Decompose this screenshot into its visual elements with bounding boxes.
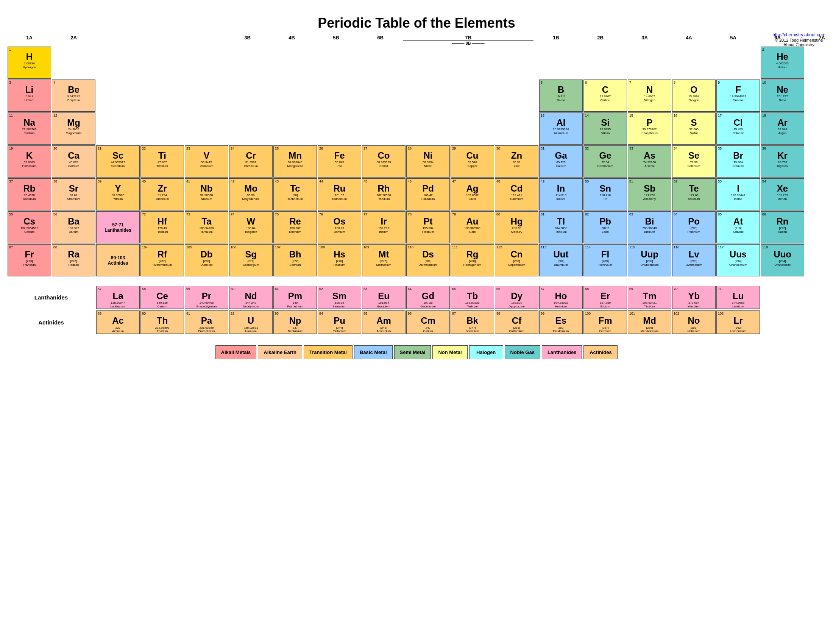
element-symbol: Ho (555, 291, 567, 301)
element-name: Dysprosium (508, 305, 524, 308)
atomic-mass: [271] (248, 259, 254, 263)
element-symbol: Bi (645, 217, 654, 226)
atomic-mass: 162.500 (511, 301, 522, 305)
element-Yb: 70Yb173.054Ytterbium (672, 286, 716, 309)
element-name: Oxygen (689, 98, 700, 102)
element-symbol: Ne (777, 85, 788, 95)
atomic-number: 50 (584, 180, 589, 184)
element-Sn: 50Sn118.710Tin (584, 178, 627, 210)
atomic-mass: [289] (602, 259, 609, 263)
element-name: Krypton (777, 164, 788, 168)
element-H: 1H1.00794Hydrogen (8, 47, 51, 79)
atomic-mass: 178.49 (158, 226, 167, 230)
element-symbol: Er (600, 291, 610, 301)
element-Mg: 12Mg24.3050Magnesium (52, 112, 95, 145)
element-symbol: Br (733, 151, 743, 161)
element-symbol: Pm (288, 291, 302, 301)
atomic-number: 16 (673, 114, 677, 118)
atomic-number: 47 (451, 180, 456, 184)
element-symbol: Hf (158, 217, 167, 226)
atomic-mass: 91.224 (158, 193, 167, 197)
element-symbol: Hs (334, 249, 345, 259)
atomic-mass: 196.966569 (464, 226, 480, 230)
url-link[interactable]: http://chemistry.about.com (772, 32, 825, 37)
periodic-table: http://chemistry.about.com © 2012 Todd H… (8, 35, 825, 359)
element-name: Ununtrium (554, 263, 568, 267)
element-symbol: Th (157, 316, 168, 326)
element-symbol: Li (26, 85, 33, 95)
element-name: Cerium (158, 305, 167, 308)
atomic-number: 86 (761, 212, 766, 217)
element-symbol: Rh (378, 184, 390, 193)
atomic-number: 62 (318, 287, 323, 291)
element-Os: 76Os190.23Osmium (318, 211, 361, 243)
element-symbol: Na (24, 118, 35, 128)
element-symbol: Ru (334, 184, 346, 193)
element-Cm: 96Cm[247]Curium (406, 310, 450, 334)
element-name: Tantalum (200, 230, 212, 234)
atomic-number: 30 (495, 146, 500, 151)
empty-cell (450, 112, 494, 145)
element-Gd: 64Gd157.25Gadolinium (406, 286, 450, 309)
element-Li: 3Li6.941Lithium (8, 80, 51, 112)
element-symbol: Pt (424, 217, 433, 226)
atomic-mass: 164.93032 (554, 301, 568, 305)
element-Fe: 26Fe55.845Iron (318, 145, 361, 178)
element-name: Indium (556, 197, 565, 201)
element-name: Aluminium (554, 132, 568, 135)
element-symbol: Sn (599, 184, 611, 193)
element-Be: 4Be9.012182Beryllium (52, 80, 95, 112)
element-name: Chromium (244, 164, 258, 168)
atomic-mass: [257] (602, 326, 609, 330)
element-name: Cesium (24, 230, 34, 234)
element-Cn: 112Cn[285]Copernicium (495, 244, 539, 276)
atomic-mass: 87.62 (70, 193, 77, 197)
atomic-mass: [237] (292, 326, 299, 330)
element-Rh: 45Rh102.90550Rhodium (362, 178, 405, 210)
atomic-mass: 9.012182 (68, 95, 80, 98)
atomic-mass: 47.867 (158, 161, 167, 164)
element-Ti: 22Ti47.867Titanium (140, 145, 184, 178)
lan-act-section: Lanthanides 57La138.90547Lanthanum58Ce14… (8, 286, 825, 334)
atomic-number: 113 (540, 245, 547, 249)
element-symbol: Rb (24, 184, 35, 193)
element-name: Flerovium (599, 263, 612, 267)
atomic-number: 61 (274, 287, 279, 291)
atomic-mass: 83.798 (778, 161, 787, 164)
atomic-mass: 55.845 (335, 161, 344, 164)
atomic-number: 100 (584, 312, 591, 316)
atomic-mass: 10.811 (556, 95, 565, 98)
element-Ho: 67Ho164.93032Holmium (539, 286, 583, 309)
atomic-mass: 132.9054519 (21, 226, 38, 230)
element-symbol: In (557, 184, 565, 193)
element-symbol: U (248, 316, 254, 326)
atomic-mass: 58.6934 (423, 161, 434, 164)
actinides-label: Actinides (8, 319, 95, 326)
atomic-mass: 118.710 (600, 193, 611, 197)
element-symbol: Dy (511, 291, 523, 301)
legend-item: Alkali Metals (215, 345, 257, 359)
atomic-mass: [276] (381, 259, 388, 263)
element-symbol: Uup (641, 249, 658, 259)
element-Lr: 103Lr[262]Lawrencium (716, 310, 760, 334)
atomic-number: 68 (584, 287, 589, 291)
element-name: Cadmium (510, 197, 523, 201)
element-Po: 84Po[209]Polonium (672, 211, 716, 243)
element-symbol: Bk (466, 316, 478, 326)
atomic-number: 83 (629, 212, 633, 217)
empty-cell (185, 80, 228, 112)
element-name: Seaborgium (243, 263, 259, 267)
atomic-mass: 28.0855 (600, 128, 611, 132)
element-Rg: 111Rg[280]Roentgenium (450, 244, 494, 276)
empty-cell (362, 112, 405, 145)
element-symbol: Co (378, 151, 390, 161)
atomic-number: 118 (761, 245, 768, 249)
element-Bh: 107Bh[272]Bohrium (273, 244, 317, 276)
element-name: Ununseptium (729, 263, 747, 267)
atomic-number: 117 (717, 245, 724, 249)
element-symbol: Ga (555, 151, 567, 161)
atomic-mass: 39.0983 (24, 161, 35, 164)
atomic-mass: [244] (336, 326, 343, 330)
element-symbol: K (26, 151, 32, 161)
element-At: 85At[210]Astatine (716, 211, 760, 243)
